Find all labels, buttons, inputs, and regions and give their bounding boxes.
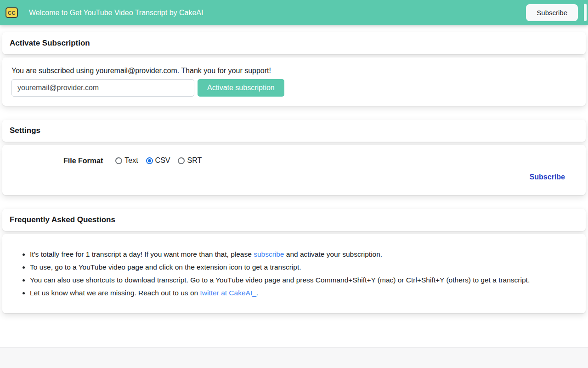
activate-subscription-button[interactable]: Activate subscription xyxy=(198,79,284,97)
faq-item: Let us know what we are missing. Reach o… xyxy=(30,287,577,299)
settings-heading: Settings xyxy=(2,120,586,142)
radio-label: Text xyxy=(124,156,138,165)
page-title: Welcome to Get YouTube Video Transcript … xyxy=(29,9,203,17)
faq-item: You can also use shortcuts to download t… xyxy=(30,274,577,287)
faq-link[interactable]: twitter at CakeAI_ xyxy=(200,289,256,297)
faq-list: It's totally free for 1 transcript a day… xyxy=(11,248,577,299)
scrollbar-thumb[interactable] xyxy=(584,4,587,21)
main-content: Activate Subscription You are subscribed… xyxy=(0,25,588,327)
radio-option-csv[interactable]: CSV xyxy=(146,156,170,165)
file-format-row: File Format TextCSVSRT xyxy=(63,156,565,166)
file-format-options: TextCSVSRT xyxy=(115,156,209,166)
closed-captions-icon: CC xyxy=(6,7,18,18)
email-row: Activate subscription xyxy=(11,79,577,97)
faq-body: It's totally free for 1 transcript a day… xyxy=(2,234,586,313)
faq-section: Frequently Asked Questions It's totally … xyxy=(2,209,586,313)
radio-srt[interactable] xyxy=(178,157,185,164)
faq-item: To use, go to a YouTube video page and c… xyxy=(30,261,577,274)
faq-item: It's totally free for 1 transcript a day… xyxy=(30,248,577,261)
app-header: CC Welcome to Get YouTube Video Transcri… xyxy=(0,0,588,25)
activate-subscription-section: Activate Subscription You are subscribed… xyxy=(2,32,586,106)
subscription-status-text: You are subscribed using youremail@provi… xyxy=(11,67,577,75)
radio-label: CSV xyxy=(155,156,170,165)
faq-heading: Frequently Asked Questions xyxy=(2,209,586,231)
email-input[interactable] xyxy=(11,79,194,97)
settings-section: Settings File Format TextCSVSRT Subscrib… xyxy=(2,120,586,195)
radio-option-text[interactable]: Text xyxy=(115,156,138,165)
file-format-label: File Format xyxy=(63,157,103,165)
page-footer xyxy=(0,347,588,368)
radio-label: SRT xyxy=(187,156,202,165)
radio-csv[interactable] xyxy=(146,157,153,164)
settings-subscribe-row: Subscribe xyxy=(11,173,565,181)
settings-body: File Format TextCSVSRT Subscribe xyxy=(2,145,586,195)
radio-option-srt[interactable]: SRT xyxy=(178,156,202,165)
faq-link[interactable]: subscribe xyxy=(254,250,284,258)
header-subscribe-button[interactable]: Subscribe xyxy=(526,4,578,21)
activate-subscription-heading: Activate Subscription xyxy=(2,32,586,54)
radio-text[interactable] xyxy=(115,157,122,164)
activate-subscription-body: You are subscribed using youremail@provi… xyxy=(2,58,586,106)
settings-subscribe-link[interactable]: Subscribe xyxy=(530,173,565,181)
